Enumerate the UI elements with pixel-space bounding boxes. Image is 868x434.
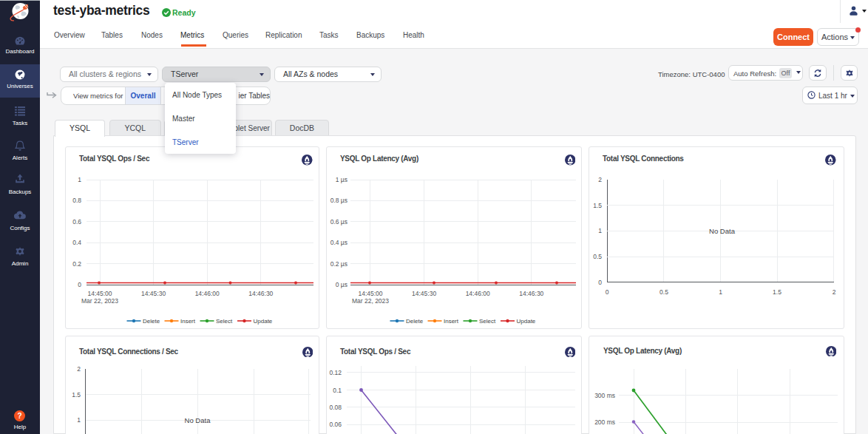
svg-text:0.08: 0.08 [329, 404, 342, 411]
svg-text:0.2 µs: 0.2 µs [330, 260, 347, 268]
svg-text:0.12: 0.12 [329, 369, 342, 376]
svg-text:Insert: Insert [444, 318, 459, 325]
svg-text:2: 2 [833, 288, 836, 296]
svg-text:Insert: Insert [180, 318, 196, 325]
svg-text:0.6: 0.6 [72, 218, 81, 226]
svg-text:14:45:30: 14:45:30 [412, 290, 436, 297]
svg-text:0.2: 0.2 [72, 260, 81, 268]
svg-text:14:45:00: 14:45:00 [358, 290, 382, 297]
svg-text:14:45:00: 14:45:00 [87, 290, 112, 297]
svg-text:300 ms: 300 ms [594, 392, 615, 399]
svg-text:No Data: No Data [709, 227, 736, 235]
svg-text:14:45:30: 14:45:30 [141, 290, 166, 297]
svg-text:0: 0 [606, 288, 609, 296]
svg-text:14:46:30: 14:46:30 [248, 290, 273, 297]
svg-text:1 µs: 1 µs [336, 176, 347, 183]
svg-text:Select: Select [479, 318, 496, 325]
svg-text:Delete: Delete [406, 318, 424, 325]
svg-text:0.5: 0.5 [660, 288, 668, 296]
svg-text:14:46:00: 14:46:00 [466, 290, 490, 297]
svg-text:0.06: 0.06 [329, 421, 342, 428]
svg-text:2: 2 [77, 365, 81, 373]
svg-text:0.4 µs: 0.4 µs [330, 239, 347, 246]
svg-text:0.8 µs: 0.8 µs [330, 197, 347, 204]
svg-text:Delete: Delete [143, 318, 160, 325]
svg-text:1.5: 1.5 [773, 288, 781, 296]
svg-text:Update: Update [517, 318, 536, 325]
svg-text:2: 2 [598, 176, 602, 183]
svg-text:1.5: 1.5 [72, 391, 81, 399]
svg-text:0.4: 0.4 [72, 239, 81, 246]
svg-text:0.1: 0.1 [333, 387, 342, 394]
svg-text:200 ms: 200 ms [594, 418, 615, 426]
svg-text:1: 1 [78, 176, 81, 183]
svg-text:0.6 µs: 0.6 µs [330, 218, 347, 226]
svg-text:1.5: 1.5 [593, 202, 602, 209]
svg-text:0 µs: 0 µs [336, 281, 347, 288]
svg-text:Select: Select [216, 318, 233, 325]
svg-text:1: 1 [77, 416, 81, 424]
svg-text:0.8: 0.8 [72, 197, 81, 204]
svg-text:14:46:00: 14:46:00 [195, 290, 220, 297]
svg-text:Mar 22, 2023: Mar 22, 2023 [81, 297, 118, 305]
svg-text:0: 0 [78, 281, 81, 288]
svg-text:14:46:30: 14:46:30 [519, 290, 543, 297]
svg-text:1: 1 [719, 288, 722, 296]
svg-text:Mar 22, 2023: Mar 22, 2023 [352, 297, 389, 305]
svg-text:Update: Update [254, 318, 273, 325]
svg-text:0.5: 0.5 [593, 253, 602, 260]
svg-text:0: 0 [598, 279, 602, 286]
svg-text:1: 1 [598, 227, 602, 234]
svg-text:No Data: No Data [185, 416, 211, 424]
